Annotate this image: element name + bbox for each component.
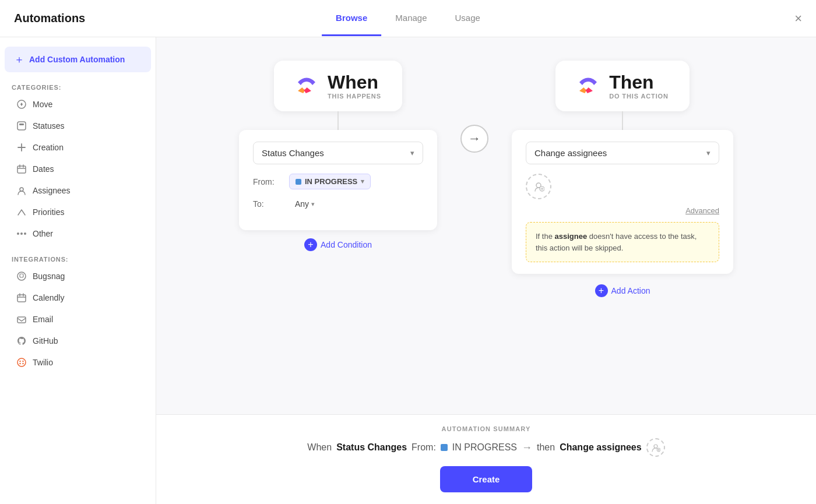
sidebar-item-label: Other: [33, 229, 53, 238]
trigger-select[interactable]: Status Changes ▾: [253, 142, 423, 164]
main-content: When THIS HAPPENS Status Changes ▾ From:: [156, 37, 816, 504]
sidebar-item-dates[interactable]: Dates: [5, 158, 151, 179]
svg-point-4: [20, 188, 23, 191]
add-custom-label: Add Custom Automation: [29, 55, 125, 64]
svg-point-6: [17, 232, 19, 235]
svg-point-11: [19, 361, 20, 362]
tab-browse[interactable]: Browse: [322, 1, 381, 36]
trigger-select-value: Status Changes: [262, 148, 324, 158]
sidebar-item-statuses[interactable]: Statuses: [5, 115, 151, 136]
action-select-arrow: ▾: [706, 149, 711, 157]
from-status-chip[interactable]: IN PROGRESS ▾: [289, 174, 371, 189]
summary-assignee-icon: [646, 438, 665, 457]
summary-status-dot: [441, 444, 448, 451]
action-box: Change assignees ▾ Advanced If the a: [512, 130, 733, 274]
svg-rect-2: [19, 124, 24, 125]
from-status-label: IN PROGRESS: [305, 177, 357, 186]
tab-usage[interactable]: Usage: [441, 1, 494, 36]
sidebar-item-label: Statuses: [33, 121, 64, 131]
advanced-link[interactable]: Advanced: [526, 206, 719, 215]
summary-from-text: From:: [411, 442, 436, 453]
to-value: Any: [295, 199, 309, 209]
svg-point-5: [20, 232, 23, 235]
sidebar-item-github[interactable]: GitHub: [5, 330, 151, 351]
summary-arrow-icon: →: [522, 442, 532, 454]
create-button[interactable]: Create: [440, 466, 533, 492]
flow-arrow: →: [460, 125, 488, 153]
app-title: Automations: [14, 12, 85, 25]
when-subheading: THIS HAPPENS: [328, 93, 381, 100]
svg-rect-1: [17, 122, 26, 130]
sidebar-item-bugsnag[interactable]: Bugsnag: [5, 266, 151, 287]
arrow-circle: →: [460, 125, 488, 153]
summary-status-text: IN PROGRESS: [452, 442, 517, 453]
sidebar-item-label: Priorities: [33, 207, 64, 217]
svg-point-12: [22, 361, 23, 362]
add-condition-icon: +: [304, 238, 317, 251]
sidebar-item-priorities[interactable]: Priorities: [5, 202, 151, 223]
summary-then-text: then: [537, 442, 555, 453]
sidebar-item-twilio[interactable]: Twilio: [5, 352, 151, 373]
header: Automations Browse Manage Usage ×: [0, 0, 816, 37]
calendly-icon: [16, 292, 27, 303]
sidebar: ＋ Add Custom Automation CATEGORIES: Move…: [0, 37, 156, 504]
warning-prefix: If the: [536, 232, 555, 241]
email-icon: [16, 314, 27, 325]
integrations-label: INTEGRATIONS:: [0, 251, 156, 265]
dates-icon: [16, 164, 27, 174]
to-field-row: To: Any ▾: [253, 196, 423, 212]
sidebar-item-other[interactable]: Other: [5, 223, 151, 244]
sidebar-item-label: GitHub: [33, 336, 58, 346]
sidebar-item-email[interactable]: Email: [5, 309, 151, 330]
svg-point-7: [24, 232, 26, 235]
priorities-icon: [16, 207, 27, 217]
sidebar-item-label: Assignees: [33, 186, 71, 195]
connector-line-2: [622, 111, 623, 130]
tab-nav: Browse Manage Usage: [322, 1, 494, 36]
from-field-row: From: IN PROGRESS ▾: [253, 174, 423, 189]
condition-box: Status Changes ▾ From: IN PROGRESS ▾ To:: [239, 130, 437, 230]
close-button[interactable]: ×: [794, 12, 802, 25]
bugsnag-icon: [16, 271, 27, 281]
svg-rect-9: [17, 317, 26, 323]
sidebar-item-move[interactable]: Move: [5, 94, 151, 115]
summary-when: When: [307, 442, 332, 453]
trigger-section: When THIS HAPPENS Status Changes ▾ From:: [239, 61, 437, 255]
add-condition-button[interactable]: + Add Condition: [304, 235, 372, 255]
sidebar-item-calendly[interactable]: Calendly: [5, 287, 151, 308]
assignee-placeholder[interactable]: [526, 174, 551, 199]
add-action-icon: +: [595, 284, 608, 297]
sidebar-item-label: Creation: [33, 143, 64, 152]
arrow-icon: →: [468, 131, 481, 146]
svg-rect-8: [17, 295, 26, 302]
add-condition-label: Add Condition: [321, 240, 372, 249]
summary-row: When Status Changes From: IN PROGRESS → …: [191, 438, 781, 466]
summary-action-bold: Change assignees: [560, 442, 642, 453]
then-card: Then DO THIS ACTION: [555, 61, 690, 111]
sidebar-item-label: Dates: [33, 164, 54, 174]
github-icon: [16, 336, 27, 346]
sidebar-item-creation[interactable]: Creation: [5, 137, 151, 158]
from-label: From:: [253, 177, 282, 186]
main-layout: ＋ Add Custom Automation CATEGORIES: Move…: [0, 37, 816, 504]
sidebar-item-label: Bugsnag: [33, 272, 65, 281]
sidebar-item-assignees[interactable]: Assignees: [5, 180, 151, 201]
sidebar-item-label: Calendly: [33, 293, 64, 302]
warning-bold: assignee: [555, 232, 588, 241]
svg-rect-3: [17, 166, 26, 173]
warning-box: If the assignee doesn't have access to t…: [526, 222, 719, 262]
tab-manage[interactable]: Manage: [381, 1, 441, 36]
summary-person-icon: [651, 443, 660, 452]
categories-label: CATEGORIES:: [0, 79, 156, 93]
then-heading: Then: [609, 72, 669, 93]
add-custom-automation-button[interactable]: ＋ Add Custom Automation: [5, 47, 151, 72]
trigger-select-arrow: ▾: [410, 149, 414, 157]
other-icon: [16, 228, 27, 239]
plus-icon: ＋: [14, 52, 24, 66]
to-any-chip[interactable]: Any ▾: [289, 196, 321, 212]
connector-line-1: [337, 111, 339, 130]
add-action-button[interactable]: + Add Action: [595, 281, 650, 301]
action-select[interactable]: Change assignees ▾: [526, 142, 719, 164]
sidebar-item-label: Email: [33, 315, 53, 324]
from-chevron: ▾: [361, 178, 364, 185]
